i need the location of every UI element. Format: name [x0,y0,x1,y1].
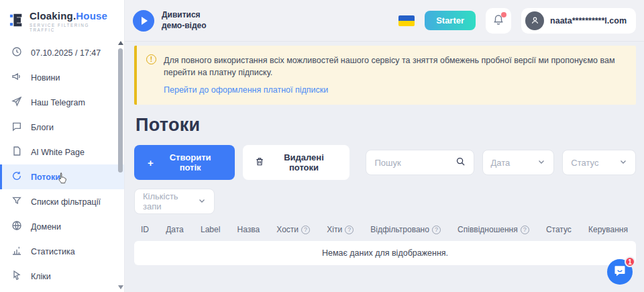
app-window: Cloaking.House SERVICE FILTERING TRAFFIC… [0,0,644,292]
refresh-icon [11,171,22,183]
topbar: Дивитися демо-відео Starter [125,0,644,42]
user-email: naata**********l.com [550,16,627,26]
status-filter-select[interactable]: Статус [562,150,636,175]
sidebar-item-blogs[interactable]: Блоги [0,115,124,140]
column-hosts: Хости? [276,225,310,234]
scroll-up-icon[interactable] [118,41,123,45]
help-icon[interactable]: ? [521,226,529,234]
sidebar-item-news[interactable]: Новини [0,65,124,90]
create-stream-button[interactable]: + Створити потік [134,145,235,180]
sidebar-item-label: Статистика [31,247,75,256]
sidebar-item-date: 07.10.2025 / 17:47 [0,40,124,65]
chevron-down-icon [537,158,545,168]
brand-logo-icon [9,12,24,31]
search-icon [455,156,466,168]
sidebar-item-label: 07.10.2025 / 17:47 [31,48,101,58]
sidebar-item-clicks[interactable]: Кліки [0,264,124,289]
sidebar-item-label: Потоки [31,173,60,182]
sidebar-item-domains[interactable]: Домени [0,214,124,239]
funnel-icon [11,195,22,208]
plan-badge[interactable]: Starter [425,11,476,30]
megaphone-icon [11,71,22,84]
demo-video-label[interactable]: Дивитися демо-відео [162,10,207,31]
brand-logo[interactable]: Cloaking.House SERVICE FILTERING TRAFFIC [0,0,124,39]
sidebar-nav: 07.10.2025 / 17:47 Новини Наш Telegram Б… [0,39,124,289]
column-name: Назва [237,225,260,234]
bar-chart-icon [11,245,22,258]
table-empty-state: Немає даних для відображення. [134,241,636,265]
help-icon[interactable]: ? [432,226,441,234]
sidebar-scrollbar[interactable] [117,39,123,292]
brand-name: Cloaking.House [30,10,115,21]
sidebar-item-label: Кліки [31,272,51,281]
scrollbar-thumb[interactable] [118,48,123,173]
notification-dot [501,12,506,17]
page-title: Потоки [136,115,636,136]
sidebar-item-label: Списки фільтрації [31,197,101,207]
chat-unread-badge: 1 [625,256,635,267]
notifications-button[interactable] [486,8,511,34]
demo-video-play-button[interactable] [133,10,154,32]
chevron-down-icon [198,197,206,207]
column-ratio: Співвідношення? [458,225,529,234]
table-header: ID Дата Label Назва Хости? Хіти? Відфіль… [134,214,636,241]
sidebar: Cloaking.House SERVICE FILTERING TRAFFIC… [0,0,125,292]
content: ! Для повного використання всіх можливос… [125,42,644,265]
cursor-icon [11,270,22,283]
sidebar-item-filter-lists[interactable]: Списки фільтрації [0,189,124,214]
subscribe-link[interactable]: Перейти до оформлення платної підписки [164,85,328,95]
brand-tagline: SERVICE FILTERING TRAFFIC [30,23,115,32]
column-hits: Хіти? [327,225,354,234]
sidebar-item-label: Домени [31,222,61,232]
trash-icon [255,156,264,168]
sidebar-item-ai-white-page[interactable]: AI White Page [0,140,124,164]
column-filtered: Відфільтровано? [370,225,441,234]
scroll-down-icon[interactable] [118,285,123,289]
plus-icon: + [148,158,154,168]
search-placeholder: Пошук [374,158,455,168]
per-page-select[interactable]: Кількість запи [134,189,215,214]
document-icon [11,146,22,158]
warning-icon: ! [146,54,156,64]
column-manage: Керування [588,225,628,234]
help-icon[interactable]: ? [301,226,310,234]
deleted-streams-button[interactable]: Видалені потоки [243,145,350,180]
sidebar-item-telegram[interactable]: Наш Telegram [0,90,124,115]
column-date: Дата [166,225,184,234]
chevron-down-icon [619,158,627,168]
trial-warning-banner: ! Для повного використання всіх можливос… [134,46,636,105]
sidebar-item-label: Новини [31,73,60,83]
language-flag-ukraine[interactable] [398,15,415,26]
search-input[interactable]: Пошук [366,150,474,175]
date-filter-select[interactable]: Дата [482,150,555,175]
paper-plane-icon [11,96,22,109]
actions-row: + Створити потік Видалені потоки Пошук [134,145,636,180]
clock-icon [11,46,22,59]
column-label: Label [201,225,220,234]
column-status: Статус [546,225,572,234]
sidebar-item-streams[interactable]: Потоки [0,164,124,189]
sidebar-item-label: Блоги [31,123,54,132]
help-icon[interactable]: ? [345,226,354,234]
support-chat-button[interactable]: 1 [607,259,633,285]
column-id: ID [141,225,149,234]
sidebar-item-label: Наш Telegram [31,98,85,107]
sidebar-item-statistics[interactable]: Статистика [0,239,124,264]
chat-icon [613,264,627,280]
globe-icon [11,220,22,233]
chat-bubble-icon [11,121,22,134]
avatar [525,11,544,30]
main-area: Дивитися демо-відео Starter [125,0,644,292]
sidebar-item-label: AI White Page [31,148,85,157]
user-menu[interactable]: naata**********l.com [521,8,636,34]
banner-text: Для повного використання всіх можливосте… [164,54,625,79]
play-icon [142,17,148,25]
